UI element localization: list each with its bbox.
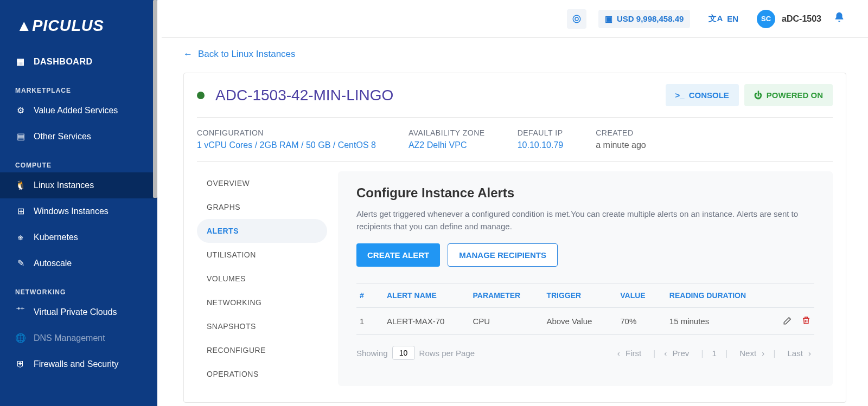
sidebar-item-vas[interactable]: ⚙ Value Added Services [0,98,157,124]
windows-icon: ⊞ [15,206,26,217]
tab-utilisation[interactable]: UTILISATION [197,243,327,267]
sidebar-item-label: Value Added Services [34,106,118,115]
dashboard-icon: ▦ [15,56,26,67]
sidebar-item-dns[interactable]: 🌐 DNS Management [0,325,157,351]
instance-card: ADC-1503-42-MIN-LINGO >_ CONSOLE ⏻ POWER… [183,73,846,403]
arrow-left-icon: ← [183,49,193,60]
col-name[interactable]: ALERT NAME [387,291,473,300]
button-label: CONSOLE [689,91,729,100]
tab-reconfigure[interactable]: RECONFIGURE [197,338,327,362]
help-icon[interactable] [567,9,586,29]
terminal-icon: >_ [675,91,685,100]
user-menu[interactable]: SC aDC-1503 [757,10,821,28]
col-value[interactable]: VALUE [620,291,669,300]
meta-label-ip: DEFAULT IP [518,128,564,137]
sidebar-item-linux[interactable]: 🐧 Linux Instances [0,172,157,198]
sidebar-item-windows[interactable]: ⊞ Windows Instances [0,198,157,224]
sidebar-section-compute: COMPUTE [0,150,157,172]
tab-graphs[interactable]: GRAPHS [197,195,327,219]
sidebar-item-label: Windows Instances [34,207,108,216]
col-num[interactable]: # [360,291,387,300]
paging-first[interactable]: ‹ First [614,349,648,358]
table-row: 1 ALERT-MAX-70 CPU Above Value 70% 15 mi… [356,308,814,335]
paging-current[interactable]: 1 [709,349,720,358]
svg-point-1 [573,15,580,23]
balance-text: USD 9,998,458.49 [617,14,684,23]
cell-name: ALERT-MAX-70 [387,317,473,326]
sidebar-item-label: Virtual Private Clouds [34,307,117,317]
manage-recipients-button[interactable]: MANAGE RECIPIENTS [448,243,558,267]
sidebar-item-dashboard[interactable]: ▦ DASHBOARD [0,49,157,75]
tab-overview[interactable]: OVERVIEW [197,171,327,195]
cell-trigger: Above Value [546,317,620,326]
sidebar-item-label: Linux Instances [34,181,94,190]
autoscale-icon: ✎ [15,258,26,269]
balance-chip[interactable]: ▣ USD 9,998,458.49 [598,10,690,28]
notifications-icon[interactable] [833,11,845,26]
shield-icon: ⛨ [15,359,26,370]
linux-icon: 🐧 [15,180,26,191]
paging-prev[interactable]: ‹ Prev [661,349,695,358]
instance-title: ADC-1503-42-MIN-LINGO [215,87,393,104]
globe-icon: 🌐 [15,333,26,344]
paging-rows-label: Rows per Page [419,349,475,358]
page-size-input[interactable] [392,346,415,360]
alerts-table: # ALERT NAME PARAMETER TRIGGER VALUE REA… [356,283,814,335]
cell-value: 70% [620,317,669,326]
services-icon: ⚙ [15,105,26,116]
paging-next[interactable]: Next › [733,349,768,358]
sidebar-item-label: DNS Management [34,333,105,343]
power-icon: ⏻ [754,91,762,100]
delete-icon[interactable] [801,315,811,327]
sidebar-section-networking: NETWORKING [0,276,157,299]
col-param[interactable]: PARAMETER [473,291,547,300]
meta-value-ip[interactable]: 10.10.10.79 [518,140,564,150]
col-trigger[interactable]: TRIGGER [546,291,620,300]
cell-num: 1 [360,317,387,326]
tab-snapshots[interactable]: SNAPSHOTS [197,314,327,338]
avatar: SC [757,10,775,28]
back-link[interactable]: ← Back to Linux Instances [183,49,296,60]
button-label: POWERED ON [767,91,823,100]
tab-alerts[interactable]: ALERTS [197,219,327,243]
pagination: Showing Rows per Page ‹ First | ‹ Prev |… [356,346,814,360]
alerts-panel: Configure Instance Alerts Alerts get tri… [338,171,833,386]
sidebar-item-autoscale[interactable]: ✎ Autoscale [0,250,157,276]
tab-volumes[interactable]: VOLUMES [197,267,327,291]
instance-subnav: OVERVIEW GRAPHS ALERTS UTILISATION VOLUM… [197,171,327,386]
paging-showing: Showing [356,349,388,358]
wallet-icon: ▣ [605,14,612,24]
cell-param: CPU [473,317,547,326]
back-link-label: Back to Linux Instances [198,49,296,60]
grid-icon: ▤ [15,131,26,142]
paging-last[interactable]: Last › [781,349,814,358]
network-icon: ⺿ [15,307,26,318]
sidebar-item-kubernetes[interactable]: ⎈ Kubernetes [0,224,157,250]
sidebar-item-label: Autoscale [34,259,72,268]
sidebar-section-marketplace: MARKETPLACE [0,75,157,98]
col-duration[interactable]: READING DURATION [669,291,768,300]
panel-title: Configure Instance Alerts [356,185,814,201]
sidebar-item-label: Other Services [34,132,91,141]
cell-duration: 15 minutes [669,317,768,326]
status-indicator [197,92,205,99]
language-label: EN [727,14,738,23]
create-alert-button[interactable]: CREATE ALERT [356,243,440,267]
edit-icon[interactable] [783,315,793,327]
tab-networking[interactable]: NETWORKING [197,291,327,314]
meta-value-az[interactable]: AZ2 Delhi VPC [409,140,485,150]
meta-value-created: a minute ago [596,140,646,150]
language-switcher[interactable]: 文A EN [702,9,745,28]
sidebar: ▲PICULUS ▦ DASHBOARD MARKETPLACE ⚙ Value… [0,0,157,406]
sidebar-item-vpc[interactable]: ⺿ Virtual Private Clouds [0,299,157,325]
power-button[interactable]: ⏻ POWERED ON [744,84,833,106]
sidebar-item-label: Firewalls and Security [34,359,119,369]
sidebar-item-firewall[interactable]: ⛨ Firewalls and Security [0,351,157,377]
meta-label-az: AVAILABILITY ZONE [409,128,485,137]
meta-value-config[interactable]: 1 vCPU Cores / 2GB RAM / 50 GB / CentOS … [197,140,376,150]
sidebar-item-other[interactable]: ▤ Other Services [0,124,157,150]
console-button[interactable]: >_ CONSOLE [666,84,739,106]
tab-operations[interactable]: OPERATIONS [197,362,327,386]
panel-description: Alerts get triggered whenever a configur… [356,208,814,233]
brand-logo[interactable]: ▲PICULUS [0,0,157,49]
